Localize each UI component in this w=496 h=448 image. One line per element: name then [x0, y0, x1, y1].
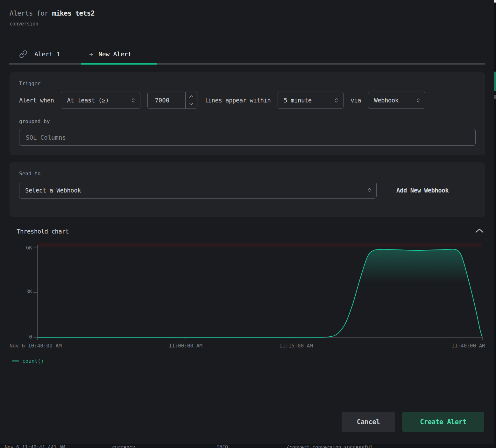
- tab-new-alert-label: New Alert: [98, 50, 131, 58]
- x-tick-1115: 11:15:00 AM: [279, 343, 313, 349]
- legend-line-swatch: [12, 360, 19, 361]
- chart-canvas: [0, 240, 496, 341]
- tab-underline: [9, 63, 485, 65]
- trigger-row: Alert when At least (≥) lines ap: [19, 92, 476, 109]
- log-timestamp: Nov 6 11:40:41.441 AM: [5, 444, 65, 448]
- background-log-row: Nov 6 11:40:41.441 AM currency INFO {con…: [0, 444, 496, 448]
- threshold-value-field[interactable]: [148, 92, 185, 108]
- x-tick-1100: 11:00:00 AM: [169, 343, 202, 349]
- grouped-by-label: grouped by: [19, 118, 476, 124]
- cancel-button[interactable]: Cancel: [342, 412, 395, 432]
- y-tick-3k: 3K: [0, 289, 32, 295]
- active-tab-indicator: [81, 63, 157, 65]
- chart-header: Threshold chart: [0, 227, 496, 235]
- trigger-section-label: Trigger: [19, 80, 476, 87]
- modal-footer: Cancel Create Alert: [0, 400, 496, 444]
- alert-modal: Alerts for mikes tets2 conversion Alert …: [0, 0, 496, 448]
- chevron-up-icon[interactable]: [189, 94, 194, 98]
- chart-title: Threshold chart: [17, 228, 69, 235]
- tab-alert-1[interactable]: Alert 1: [9, 45, 81, 63]
- edge-white-fragment: [494, 0, 496, 3]
- comparator-value: At least (≥): [67, 97, 109, 104]
- link-icon: [19, 50, 27, 58]
- lines-appear-text: lines appear within: [204, 97, 271, 104]
- chevrons-up-down-icon: [334, 98, 339, 103]
- add-new-webhook-button[interactable]: Add New Webhook: [396, 187, 449, 194]
- threshold-number-input: [147, 92, 197, 109]
- tab-alert-1-label: Alert 1: [34, 50, 60, 58]
- threshold-chart: 6K 3K 0: [0, 240, 496, 341]
- chevrons-up-down-icon: [415, 98, 421, 103]
- create-alert-button[interactable]: Create Alert: [402, 412, 484, 432]
- log-field: currency: [112, 444, 135, 448]
- plus-icon: +: [89, 50, 93, 58]
- page-title-prefix: Alerts for: [10, 10, 52, 17]
- page-title: Alerts for mikes tets2: [10, 10, 496, 17]
- alert-when-text: Alert when: [19, 97, 54, 104]
- x-tick-start: Nov 6 10:40:00 AM: [10, 343, 62, 349]
- window-select[interactable]: 5 minute: [278, 92, 344, 109]
- legend-item-count[interactable]: count(): [12, 358, 496, 364]
- channel-value: Webhook: [374, 97, 399, 104]
- threshold-chart-section: Threshold chart 6K 3K 0 Nov 6 10:40:00 A…: [0, 227, 496, 364]
- edge-gray-fragment: [494, 95, 496, 99]
- number-stepper[interactable]: [185, 92, 197, 108]
- x-axis-labels: Nov 6 10:40:00 AM 11:00:00 AM 11:15:00 A…: [0, 343, 496, 351]
- log-message: {convert conversion successful: [287, 444, 373, 448]
- x-tick-1140: 11:40:00 AM: [451, 343, 485, 349]
- sql-columns-input[interactable]: [19, 129, 476, 146]
- log-level: INFO: [216, 444, 228, 448]
- channel-select[interactable]: Webhook: [368, 92, 425, 109]
- tab-new-alert[interactable]: + New Alert: [81, 45, 157, 63]
- chevron-down-icon[interactable]: [189, 102, 194, 106]
- via-text: via: [351, 97, 361, 104]
- send-to-label: Send to: [19, 171, 476, 177]
- send-to-row: Select a Webhook Add New Webhook: [19, 182, 476, 199]
- legend-label: count(): [22, 358, 44, 364]
- send-to-panel: Send to Select a Webhook Add New Webhook: [10, 162, 485, 217]
- alert-tabs: Alert 1 + New Alert: [9, 45, 496, 63]
- chevron-up-icon: [475, 228, 484, 234]
- edge-green-fragment: [494, 72, 496, 91]
- trigger-panel: Trigger Alert when At least (≥): [10, 72, 485, 155]
- chevrons-up-down-icon: [367, 187, 372, 193]
- collapse-chart-button[interactable]: [474, 227, 485, 235]
- dataset-name: mikes tets2: [52, 10, 95, 17]
- webhook-select[interactable]: Select a Webhook: [19, 182, 377, 199]
- chevrons-up-down-icon: [131, 98, 136, 103]
- webhook-select-placeholder: Select a Webhook: [25, 187, 81, 194]
- modal-header: Alerts for mikes tets2 conversion: [0, 0, 496, 27]
- y-tick-6k: 6K: [0, 245, 32, 251]
- page-subtitle: conversion: [10, 21, 496, 27]
- comparator-select[interactable]: At least (≥): [61, 92, 140, 109]
- window-value: 5 minute: [284, 97, 312, 104]
- y-tick-0: 0: [0, 334, 32, 340]
- page-edge-strip: [494, 0, 496, 448]
